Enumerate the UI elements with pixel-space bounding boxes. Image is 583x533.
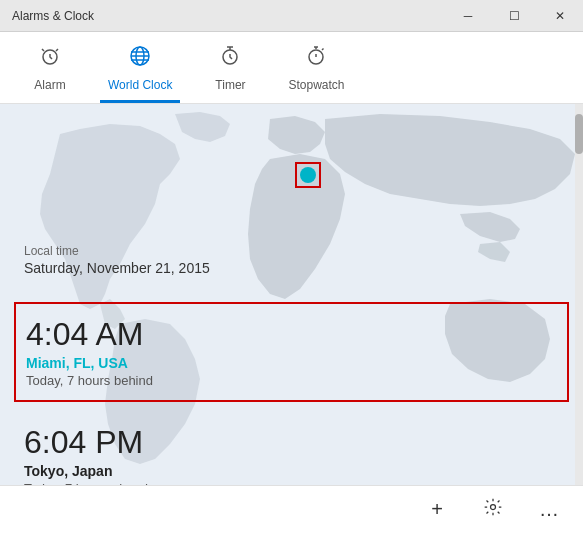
miami-clock-entry: 4:04 AM Miami, FL, USA Today, 7 hours be… [14,302,569,402]
alarm-tab-label: Alarm [34,78,65,92]
tab-worldclock[interactable]: World Clock [90,32,190,103]
timer-icon [218,44,242,74]
add-clock-button[interactable]: + [419,492,455,528]
more-icon: … [539,498,559,521]
title-bar: Alarms & Clock ─ ☐ ✕ [0,0,583,32]
tokyo-city: Tokyo, Japan [24,463,559,479]
miami-city: Miami, FL, USA [26,355,557,371]
nav-bar: Alarm World Clock Timer [0,32,583,104]
tab-timer[interactable]: Timer [190,32,270,103]
more-button[interactable]: … [531,492,567,528]
local-time-label: Local time [24,244,210,258]
scrollbar-track[interactable] [575,104,583,485]
location-dot [300,167,316,183]
tab-stopwatch[interactable]: Stopwatch [270,32,362,103]
worldclock-tab-label: World Clock [108,78,172,92]
app-title: Alarms & Clock [12,9,94,23]
miami-offset: Today, 7 hours behind [26,373,557,388]
svg-point-6 [491,505,496,510]
tokyo-time: 6:04 PM [24,424,559,461]
alarm-icon [38,44,62,74]
stopwatch-tab-label: Stopwatch [288,78,344,92]
timer-tab-label: Timer [215,78,245,92]
tab-alarm[interactable]: Alarm [10,32,90,103]
add-icon: + [431,498,443,521]
stopwatch-icon [304,44,328,74]
miami-location-marker [295,162,321,188]
window-controls: ─ ☐ ✕ [445,0,583,31]
scrollbar-thumb[interactable] [575,114,583,154]
miami-time: 4:04 AM [26,316,557,353]
tokyo-clock-entry: 6:04 PM Tokyo, Japan Today, 7 hours ahea… [14,412,569,485]
local-date: Saturday, November 21, 2015 [24,260,210,276]
maximize-button[interactable]: ☐ [491,0,537,32]
settings-icon [483,497,503,522]
main-content: Local time Saturday, November 21, 2015 4… [0,104,583,485]
close-button[interactable]: ✕ [537,0,583,32]
local-time-section: Local time Saturday, November 21, 2015 [24,244,210,276]
minimize-button[interactable]: ─ [445,0,491,32]
settings-button[interactable] [475,492,511,528]
bottom-toolbar: + … [0,485,583,533]
worldclock-icon [128,44,152,74]
